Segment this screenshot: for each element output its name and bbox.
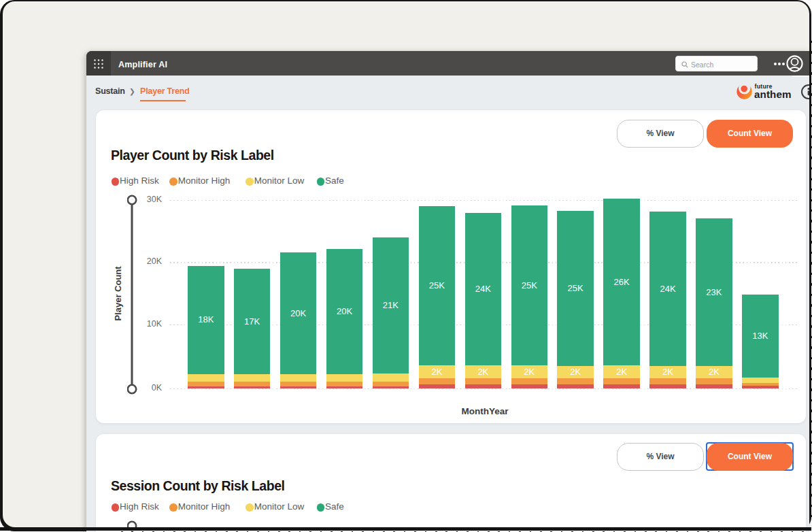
svg-text:anthem: anthem: [754, 88, 792, 100]
